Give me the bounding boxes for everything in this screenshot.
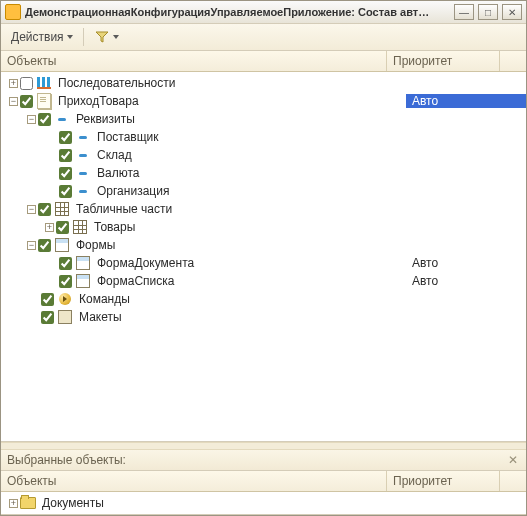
expand-placeholder (27, 311, 39, 323)
node-label: Товары (92, 220, 406, 234)
tree-row[interactable]: Поставщик (1, 128, 526, 146)
expand-icon[interactable]: + (9, 79, 18, 88)
collapse-icon[interactable]: − (27, 241, 36, 250)
tree-row[interactable]: +Документы (1, 494, 526, 512)
actions-label: Действия (11, 30, 64, 44)
splitter[interactable] (1, 442, 526, 450)
window-title: ДемонстрационнаяКонфигурацияУправляемоеП… (25, 6, 450, 18)
selected-objects-tree[interactable]: +Документы (1, 492, 526, 514)
node-label: ПриходТовара (56, 94, 406, 108)
node-label: ФормаДокумента (95, 256, 406, 270)
include-checkbox[interactable] (41, 293, 54, 306)
collapse-icon[interactable]: − (9, 97, 18, 106)
template-icon (57, 309, 73, 325)
expand-icon[interactable]: + (9, 499, 18, 508)
collapse-icon[interactable]: − (27, 115, 36, 124)
attribute-icon (75, 129, 91, 145)
header-priority[interactable]: Приоритет (387, 471, 500, 491)
tree-row[interactable]: −Формы (1, 236, 526, 254)
tabular-section-icon (54, 201, 70, 217)
toolbar: Действия (1, 24, 526, 51)
selected-objects-label-row: Выбранные объекты: ✕ (1, 450, 526, 471)
form-icon (75, 255, 91, 271)
close-button[interactable]: ✕ (502, 4, 522, 20)
attribute-icon (75, 165, 91, 181)
expand-placeholder (45, 185, 57, 197)
tree-row[interactable]: −ПриходТовараАвто (1, 92, 526, 110)
funnel-icon (94, 29, 110, 45)
node-label: Последовательности (56, 76, 406, 90)
header-priority[interactable]: Приоритет (387, 51, 500, 71)
objects-tree[interactable]: +Последовательности−ПриходТовараАвто−Рек… (1, 72, 526, 441)
node-label: ФормаСписка (95, 274, 406, 288)
document-icon (36, 93, 52, 109)
include-checkbox[interactable] (20, 95, 33, 108)
node-label: Организация (95, 184, 406, 198)
titlebar: ДемонстрационнаяКонфигурацияУправляемоеП… (1, 1, 526, 24)
attribute-icon (54, 111, 70, 127)
filter-button[interactable] (90, 27, 123, 47)
tree-row[interactable]: −Табличные части (1, 200, 526, 218)
include-checkbox[interactable] (59, 131, 72, 144)
include-checkbox[interactable] (20, 77, 33, 90)
actions-menu-button[interactable]: Действия (7, 28, 77, 46)
node-label: Склад (95, 148, 406, 162)
folder-icon (20, 495, 36, 511)
expand-placeholder (45, 131, 57, 143)
node-label: Реквизиты (74, 112, 406, 126)
include-checkbox[interactable] (38, 113, 51, 126)
priority-cell[interactable]: Авто (406, 94, 526, 108)
tabular-section-icon (72, 219, 88, 235)
clear-selection-button[interactable]: ✕ (506, 453, 520, 467)
expand-placeholder (45, 275, 57, 287)
include-checkbox[interactable] (59, 257, 72, 270)
app-icon (5, 4, 21, 20)
form-icon (54, 237, 70, 253)
tree-row[interactable]: +Последовательности (1, 74, 526, 92)
chevron-down-icon (113, 35, 119, 39)
header-objects[interactable]: Объекты (1, 51, 387, 71)
tree-row[interactable]: Валюта (1, 164, 526, 182)
include-checkbox[interactable] (59, 275, 72, 288)
top-pane: Объекты Приоритет +Последовательности−Пр… (1, 51, 526, 442)
tree-row[interactable]: −Реквизиты (1, 110, 526, 128)
expand-placeholder (27, 293, 39, 305)
maximize-button[interactable]: □ (478, 4, 498, 20)
node-label: Валюта (95, 166, 406, 180)
bottom-grid-header: Объекты Приоритет (1, 471, 526, 492)
top-grid-header: Объекты Приоритет (1, 51, 526, 72)
include-checkbox[interactable] (56, 221, 69, 234)
collapse-icon[interactable]: − (27, 205, 36, 214)
separator (83, 28, 84, 46)
priority-cell[interactable]: Авто (406, 274, 526, 288)
include-checkbox[interactable] (59, 185, 72, 198)
tree-row[interactable]: Команды (1, 290, 526, 308)
tree-row[interactable]: Макеты (1, 308, 526, 326)
tree-row[interactable]: +Товары (1, 218, 526, 236)
node-label: Формы (74, 238, 406, 252)
sequence-icon (36, 75, 52, 91)
expand-placeholder (45, 257, 57, 269)
tree-row[interactable]: Склад (1, 146, 526, 164)
attribute-icon (75, 183, 91, 199)
window: ДемонстрационнаяКонфигурацияУправляемоеП… (0, 0, 527, 516)
include-checkbox[interactable] (38, 203, 51, 216)
include-checkbox[interactable] (38, 239, 51, 252)
tree-row[interactable]: ФормаСпискаАвто (1, 272, 526, 290)
form-icon (75, 273, 91, 289)
header-objects[interactable]: Объекты (1, 471, 387, 491)
priority-cell[interactable]: Авто (406, 256, 526, 270)
minimize-button[interactable]: — (454, 4, 474, 20)
attribute-icon (75, 147, 91, 163)
node-label: Команды (77, 292, 406, 306)
tree-row[interactable]: ФормаДокументаАвто (1, 254, 526, 272)
include-checkbox[interactable] (59, 149, 72, 162)
expand-icon[interactable]: + (45, 223, 54, 232)
include-checkbox[interactable] (41, 311, 54, 324)
include-checkbox[interactable] (59, 167, 72, 180)
chevron-down-icon (67, 35, 73, 39)
node-label: Документы (40, 496, 406, 510)
node-label: Табличные части (74, 202, 406, 216)
tree-row[interactable]: Организация (1, 182, 526, 200)
selected-objects-label: Выбранные объекты: (7, 453, 126, 467)
